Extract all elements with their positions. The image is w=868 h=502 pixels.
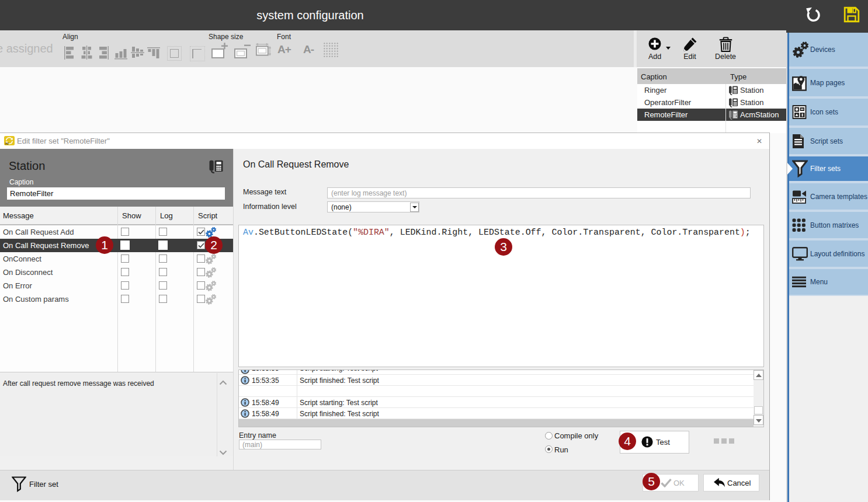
svg-text:AV: AV xyxy=(5,142,9,145)
